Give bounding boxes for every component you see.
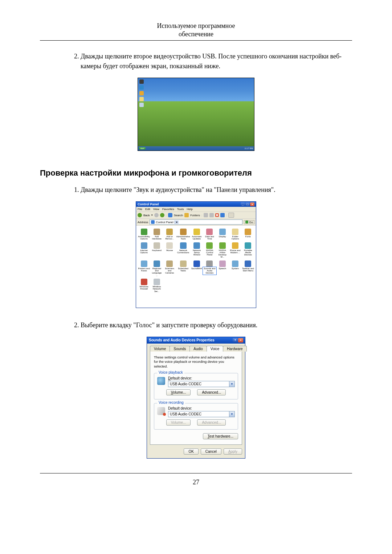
cp-item[interactable]: Phone and Modem ...: [229, 242, 241, 259]
tab-voice[interactable]: Voice: [207, 346, 223, 352]
playback-volume-button[interactable]: Volume...: [166, 389, 191, 395]
cp-item[interactable]: Regional and Language ...: [150, 260, 163, 277]
copy-icon[interactable]: [204, 213, 208, 217]
cp-item[interactable]: Scheduled Tasks: [176, 260, 191, 277]
step-top-2: Дважды щелкните второе видеоустройство U…: [81, 52, 352, 71]
cp-item[interactable]: Fonts: [242, 228, 254, 241]
dialog-close-button[interactable]: ×: [238, 338, 243, 342]
menu-tools[interactable]: Tools: [177, 208, 184, 211]
recording-advanced-button[interactable]: Advanced...: [197, 419, 226, 426]
move-icon[interactable]: [209, 213, 214, 217]
desktop-icon: [139, 103, 144, 107]
recording-device-combo[interactable]: USB Audio CODEC ▼: [168, 411, 235, 417]
menu-bar: File Edit View Favorites Tools Help: [136, 207, 256, 212]
section-steps-2: Выберите вкладку "Голос" и запустите про…: [40, 320, 352, 330]
cp-item[interactable]: Network Setup Wizard: [191, 242, 203, 259]
cp-item[interactable]: SoundMAX: [191, 260, 203, 277]
cp-item[interactable]: Speech: [216, 260, 229, 277]
apply-button[interactable]: Apply: [224, 448, 242, 455]
dialog-tabs: Volume Sounds Audio Voice Hardware: [150, 346, 242, 352]
tab-volume[interactable]: Volume: [150, 346, 170, 352]
cp-item[interactable]: System: [229, 260, 241, 277]
views-icon[interactable]: [228, 213, 234, 218]
figure-desktop-wrap: start 11:17 PM: [40, 78, 352, 152]
cp-item[interactable]: Wireless Network Set...: [150, 278, 163, 293]
cp-item[interactable]: Network Connections: [176, 242, 191, 259]
ok-button[interactable]: OK: [184, 448, 198, 455]
go-button[interactable]: Go: [244, 220, 254, 224]
go-label: Go: [249, 221, 253, 224]
cp-item[interactable]: Printers and Faxes: [138, 260, 150, 277]
menu-file[interactable]: File: [138, 208, 142, 211]
cp-item[interactable]: NVIDIA Control Panel: [203, 242, 216, 259]
chevron-down-icon[interactable]: ▼: [229, 411, 234, 417]
back-icon[interactable]: [138, 213, 142, 217]
go-arrow-icon: [245, 221, 248, 223]
menu-favorites[interactable]: Favorites: [162, 208, 174, 211]
sounds-audio-dialog: Sounds and Audio Devices Properties ? × …: [147, 337, 245, 459]
cp-item[interactable]: Display: [216, 228, 229, 241]
folders-label[interactable]: Folders: [190, 214, 200, 217]
minimize-button[interactable]: _: [241, 202, 245, 206]
desktop-icon: [139, 97, 144, 101]
maximize-button[interactable]: □: [245, 202, 250, 206]
cp-item[interactable]: Mouse: [163, 242, 176, 259]
cp-item[interactable]: Portable Media Devices: [242, 242, 254, 259]
cancel-button[interactable]: Cancel: [201, 448, 221, 455]
desktop-icon: [139, 85, 144, 90]
cp-item[interactable]: Add or Remov...: [163, 228, 176, 241]
test-hardware-button[interactable]: Test hardware...: [203, 433, 238, 439]
cp-item[interactable]: Folder Options: [229, 228, 241, 241]
desktop-icons: [139, 79, 144, 107]
help-button[interactable]: ?: [233, 338, 238, 342]
menu-view[interactable]: View: [153, 208, 159, 211]
tab-audio[interactable]: Audio: [189, 346, 207, 352]
cp-item[interactable]: Add Hardware: [150, 228, 163, 241]
cp-item[interactable]: Scanners and Cameras: [163, 260, 176, 277]
recording-volume-button[interactable]: Volume...: [166, 419, 191, 426]
dialog-body: Volume Sounds Audio Voice Hardware These…: [147, 344, 245, 458]
menu-help[interactable]: Help: [187, 208, 192, 211]
cp-item[interactable]: Taskbar and Start Menu: [242, 260, 254, 277]
cp-item[interactable]: Accessibility Options: [138, 228, 150, 241]
footer-divider: [40, 473, 352, 473]
tab-sounds[interactable]: Sounds: [170, 346, 190, 352]
system-tray-time: 11:17 PM: [244, 147, 254, 149]
folders-icon[interactable]: [184, 213, 189, 217]
window-buttons: _ □ ×: [241, 202, 254, 206]
cp-item[interactable]: Keyboard: [150, 242, 163, 259]
dialog-window-buttons: ? ×: [233, 338, 243, 342]
search-icon[interactable]: [168, 213, 172, 217]
chevron-down-icon[interactable]: ▼: [229, 381, 234, 387]
playback-advanced-button[interactable]: Advanced...: [197, 389, 226, 395]
microphone-icon: [157, 407, 165, 415]
menu-edit[interactable]: Edit: [145, 208, 150, 211]
section-step-1: Дважды щелкните "Звук и аудиоустройства"…: [81, 185, 352, 195]
close-button[interactable]: ×: [250, 202, 254, 206]
cp-item[interactable]: Date and Time: [203, 228, 216, 241]
address-label: Address: [138, 221, 148, 224]
cp-item[interactable]: Automatic Updates: [191, 228, 203, 241]
address-field[interactable]: Control Panel ▾: [150, 219, 242, 225]
page-header: Используемое программное обеспечение: [40, 22, 352, 40]
back-label[interactable]: Back: [143, 214, 150, 217]
playback-device-value: USB Audio CODEC: [168, 381, 229, 387]
figure-xp-desktop: start 11:17 PM: [138, 78, 254, 151]
start-button[interactable]: start: [139, 147, 146, 149]
control-panel-window: Control Panel _ □ × File Edit View Favor…: [136, 201, 256, 308]
forward-icon[interactable]: [154, 213, 159, 217]
cp-item[interactable]: Windows Firewall: [138, 278, 150, 293]
address-dropdown-icon[interactable]: ▾: [175, 221, 179, 224]
cp-item[interactable]: Internet Options: [138, 242, 150, 259]
cp-item[interactable]: NVIDIA nView Desktop M...: [216, 242, 229, 259]
cp-item-sounds-audio[interactable]: Sounds and Audio Devices: [203, 260, 216, 277]
document-page: Используемое программное обеспечение Два…: [0, 0, 392, 501]
undo-icon[interactable]: [220, 213, 225, 217]
delete-icon[interactable]: [215, 213, 219, 217]
playback-device-combo[interactable]: USB Audio CODEC ▼: [168, 381, 235, 387]
taskbar: start 11:17 PM: [138, 146, 254, 151]
tab-hardware[interactable]: Hardware: [223, 346, 246, 352]
search-label[interactable]: Search: [174, 214, 183, 217]
up-icon[interactable]: [160, 213, 164, 217]
cp-item[interactable]: Administrative Tools: [176, 228, 191, 241]
